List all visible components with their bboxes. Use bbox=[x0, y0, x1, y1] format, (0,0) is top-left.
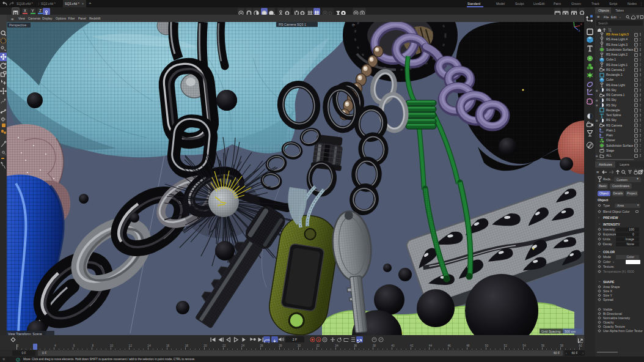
svg-text:⟳: ⟳ bbox=[352, 23, 355, 27]
svg-text:Perspective: Perspective bbox=[9, 23, 26, 27]
svg-text:Grid Spacing:: Grid Spacing: bbox=[541, 330, 562, 333]
svg-text:500 cm: 500 cm bbox=[565, 330, 576, 333]
svg-text:A: A bbox=[318, 338, 320, 341]
svg-text:RS Camera SQ3 1: RS Camera SQ3 1 bbox=[279, 23, 306, 26]
